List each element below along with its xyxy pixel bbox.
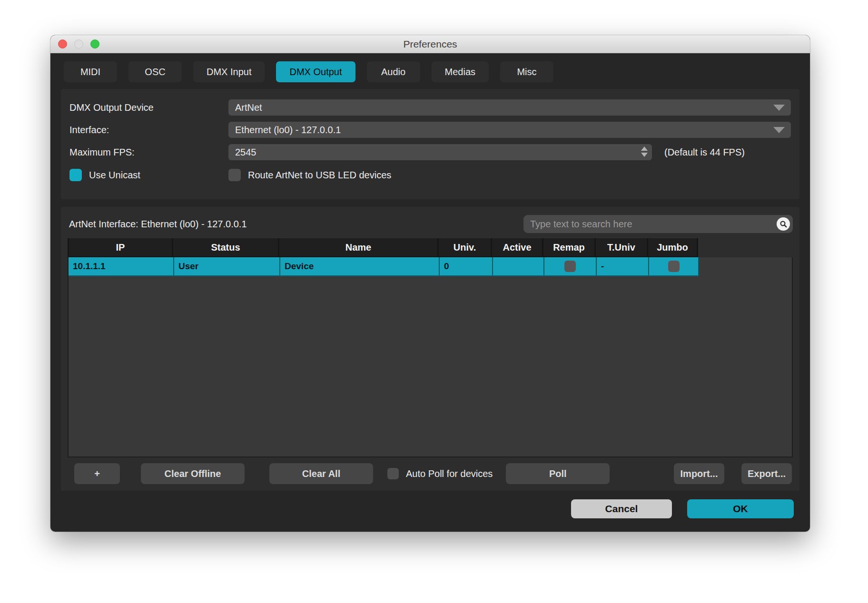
chevron-down-icon [773, 127, 785, 133]
cell-name: Device [280, 257, 440, 276]
col-t-univ: T.Univ [596, 238, 648, 257]
col-status: Status [173, 238, 279, 257]
traffic-lights [58, 39, 99, 49]
table-header-row: IP Status Name Univ. Active Remap T.Univ… [68, 238, 793, 257]
route-usb-checkbox[interactable] [228, 169, 241, 181]
col-ip: IP [68, 238, 173, 257]
route-usb-label: Route ArtNet to USB LED devices [248, 170, 391, 181]
fps-row: Maximum FPS: (Default is 44 FPS) [69, 144, 791, 160]
interface-dropdown[interactable]: Ethernet (lo0) - 127.0.0.1 [228, 122, 791, 138]
cell-remap [544, 257, 597, 276]
cell-univ: 0 [440, 257, 493, 276]
devices-heading: ArtNet Interface: Ethernet (lo0) - 127.0… [68, 219, 247, 230]
devices-header: ArtNet Interface: Ethernet (lo0) - 127.0… [68, 214, 793, 233]
tab-audio[interactable]: Audio [367, 61, 420, 82]
cell-jumbo [649, 257, 699, 276]
search-input[interactable] [530, 219, 777, 230]
spinner-up-icon [641, 146, 648, 151]
use-unicast-checkbox[interactable] [69, 169, 82, 181]
checkbox-row: Use Unicast Route ArtNet to USB LED devi… [69, 166, 791, 184]
cell-status: User [174, 257, 280, 276]
device-value: ArtNet [235, 102, 262, 113]
interface-value: Ethernet (lo0) - 127.0.0.1 [235, 125, 341, 136]
auto-poll-label: Auto Poll for devices [406, 468, 493, 479]
fps-spinner[interactable] [641, 146, 648, 157]
cell-t-univ: - [597, 257, 649, 276]
ok-button[interactable]: OK [687, 499, 794, 518]
fps-stepper [228, 144, 652, 160]
auto-poll-group: Auto Poll for devices [387, 468, 493, 479]
preferences-window: Preferences MIDI OSC DMX Input DMX Outpu… [50, 35, 810, 532]
unicast-group: Use Unicast [69, 169, 228, 181]
interface-row: Interface: Ethernet (lo0) - 127.0.0.1 [69, 122, 791, 138]
clear-all-button[interactable]: Clear All [269, 463, 373, 484]
col-jumbo: Jumbo [648, 238, 698, 257]
tab-dmx-output[interactable]: DMX Output [276, 61, 355, 82]
table-body: 10.1.1.1 User Device 0 - [68, 257, 793, 457]
poll-button[interactable]: Poll [506, 463, 610, 484]
tab-medias[interactable]: Medias [432, 61, 489, 82]
cell-active [493, 257, 544, 276]
fps-default-hint: (Default is 44 FPS) [664, 147, 745, 158]
device-dropdown[interactable]: ArtNet [228, 99, 791, 116]
table-row[interactable]: 10.1.1.1 User Device 0 - [69, 257, 792, 276]
device-label: DMX Output Device [69, 102, 228, 113]
clear-offline-button[interactable]: Clear Offline [141, 463, 245, 484]
remap-checkbox[interactable] [564, 261, 576, 272]
device-search [523, 215, 793, 233]
tab-dmx-input[interactable]: DMX Input [193, 61, 265, 82]
output-settings-panel: DMX Output Device ArtNet Interface: Ethe… [61, 89, 799, 199]
cell-ip: 10.1.1.1 [69, 257, 174, 276]
col-univ: Univ. [439, 238, 492, 257]
search-icon[interactable] [777, 217, 790, 231]
export-button[interactable]: Export... [741, 463, 792, 484]
interface-label: Interface: [69, 125, 228, 136]
col-active: Active [492, 238, 543, 257]
titlebar: Preferences [50, 35, 810, 53]
tab-bar: MIDI OSC DMX Input DMX Output Audio Medi… [64, 61, 810, 82]
window-title: Preferences [50, 35, 810, 53]
zoom-button[interactable] [90, 39, 99, 49]
cancel-button[interactable]: Cancel [571, 499, 672, 518]
auto-poll-checkbox[interactable] [387, 468, 399, 479]
col-name: Name [279, 238, 439, 257]
screen: Preferences MIDI OSC DMX Input DMX Outpu… [0, 0, 868, 603]
jumbo-checkbox[interactable] [668, 261, 680, 272]
close-button[interactable] [58, 39, 67, 49]
devices-table: IP Status Name Univ. Active Remap T.Univ… [68, 238, 793, 457]
minimize-button[interactable] [74, 39, 83, 49]
tab-misc[interactable]: Misc [500, 61, 553, 82]
fps-label: Maximum FPS: [69, 147, 228, 158]
dialog-footer: Cancel OK [50, 491, 810, 532]
tab-midi[interactable]: MIDI [64, 61, 117, 82]
device-row: DMX Output Device ArtNet [69, 99, 791, 116]
col-remap: Remap [543, 238, 596, 257]
spinner-down-icon [641, 153, 648, 157]
add-device-button[interactable]: + [74, 463, 120, 484]
tab-osc[interactable]: OSC [128, 61, 182, 82]
use-unicast-label: Use Unicast [89, 170, 140, 181]
fps-input[interactable] [228, 147, 652, 158]
artnet-devices-panel: ArtNet Interface: Ethernet (lo0) - 127.0… [61, 207, 799, 491]
route-usb-group: Route ArtNet to USB LED devices [228, 169, 391, 181]
device-actions: + Clear Offline Clear All Auto Poll for … [68, 463, 793, 484]
import-button[interactable]: Import... [674, 463, 724, 484]
chevron-down-icon [773, 105, 785, 111]
